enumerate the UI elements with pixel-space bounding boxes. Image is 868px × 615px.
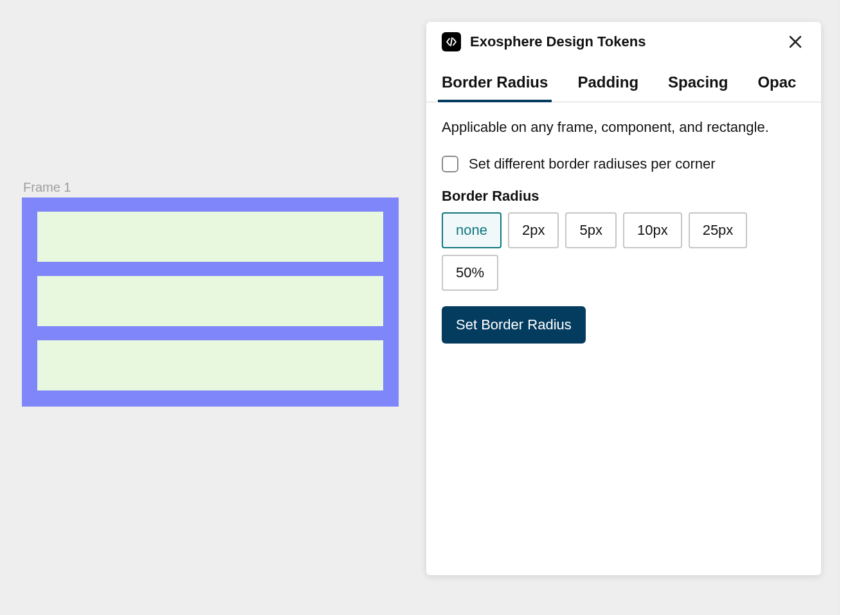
checkbox-row: Set different border radiuses per corner — [442, 156, 806, 172]
close-icon — [788, 35, 802, 49]
plugin-body: Applicable on any frame, component, and … — [426, 102, 821, 359]
right-panel-edge — [839, 0, 868, 615]
plugin-header: Exosphere Design Tokens — [426, 22, 821, 62]
tab-opacity[interactable]: Opac — [757, 73, 796, 102]
radius-option-2px[interactable]: 2px — [508, 212, 559, 248]
frame-item[interactable] — [37, 340, 383, 390]
set-border-radius-button[interactable]: Set Border Radius — [442, 306, 586, 344]
frame-item[interactable] — [37, 212, 383, 262]
plugin-title: Exosphere Design Tokens — [470, 33, 776, 50]
radius-option-5px[interactable]: 5px — [565, 212, 616, 248]
tab-border-radius[interactable]: Border Radius — [442, 73, 548, 102]
plugin-window: Exosphere Design Tokens Border Radius Pa… — [426, 22, 821, 575]
per-corner-checkbox-label: Set different border radiuses per corner — [469, 156, 716, 172]
radius-option-10px[interactable]: 10px — [623, 212, 682, 248]
frame-1[interactable] — [22, 197, 399, 407]
tab-spacing[interactable]: Spacing — [668, 73, 728, 102]
radius-option-50pct[interactable]: 50% — [442, 255, 498, 291]
radius-option-25px[interactable]: 25px — [689, 212, 748, 248]
tab-padding[interactable]: Padding — [577, 73, 638, 102]
per-corner-checkbox[interactable] — [442, 156, 458, 172]
plugin-icon — [442, 32, 461, 51]
frame-label[interactable]: Frame 1 — [23, 180, 71, 195]
tabs-container: Border Radius Padding Spacing Opac — [426, 73, 821, 102]
close-button[interactable] — [785, 32, 806, 52]
radius-option-none[interactable]: none — [442, 212, 502, 248]
frame-item[interactable] — [37, 276, 383, 326]
tab-description: Applicable on any frame, component, and … — [442, 118, 806, 138]
radius-options: none 2px 5px 10px 25px 50% — [442, 212, 806, 291]
border-radius-section-label: Border Radius — [442, 188, 806, 205]
